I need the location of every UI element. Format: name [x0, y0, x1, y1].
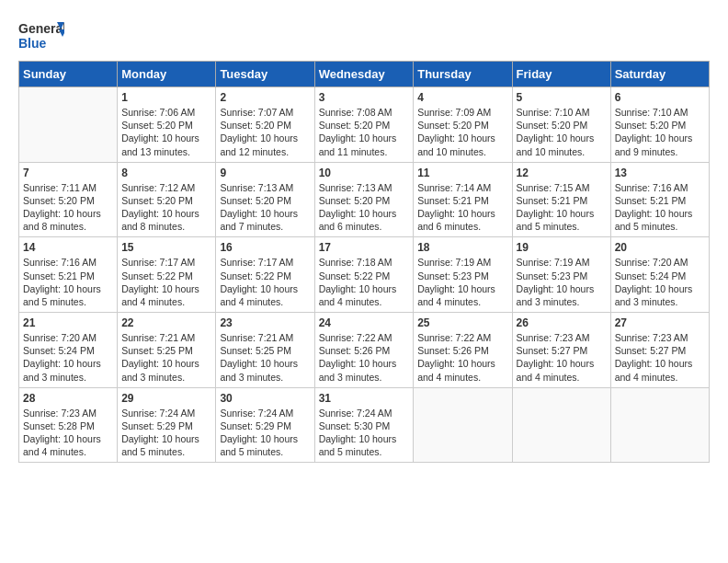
- calendar-cell: 12Sunrise: 7:15 AM Sunset: 5:21 PM Dayli…: [512, 162, 610, 237]
- calendar-cell: 30Sunrise: 7:24 AM Sunset: 5:29 PM Dayli…: [216, 387, 314, 463]
- day-number: 1: [121, 91, 211, 104]
- day-number: 2: [220, 91, 310, 104]
- svg-text:Blue: Blue: [18, 36, 47, 51]
- day-number: 29: [121, 392, 211, 405]
- calendar-cell: 15Sunrise: 7:17 AM Sunset: 5:22 PM Dayli…: [118, 237, 216, 313]
- column-header-monday: Monday: [118, 62, 216, 87]
- calendar-cell: 16Sunrise: 7:17 AM Sunset: 5:22 PM Dayli…: [216, 237, 314, 313]
- calendar-cell: 14Sunrise: 7:16 AM Sunset: 5:21 PM Dayli…: [19, 237, 118, 313]
- day-info: Sunrise: 7:15 AM Sunset: 5:21 PM Dayligh…: [517, 181, 607, 234]
- calendar-table: SundayMondayTuesdayWednesdayThursdayFrid…: [18, 61, 710, 463]
- calendar-cell: 6Sunrise: 7:10 AM Sunset: 5:20 PM Daylig…: [610, 87, 709, 163]
- day-info: Sunrise: 7:13 AM Sunset: 5:20 PM Dayligh…: [220, 181, 310, 234]
- calendar-cell: 18Sunrise: 7:19 AM Sunset: 5:23 PM Dayli…: [414, 237, 512, 313]
- day-info: Sunrise: 7:10 AM Sunset: 5:20 PM Dayligh…: [615, 106, 705, 158]
- day-number: 16: [220, 241, 310, 254]
- calendar-cell: 5Sunrise: 7:10 AM Sunset: 5:20 PM Daylig…: [512, 87, 610, 163]
- day-number: 6: [615, 91, 705, 104]
- calendar-cell: 27Sunrise: 7:23 AM Sunset: 5:27 PM Dayli…: [610, 313, 709, 388]
- calendar-cell: [512, 387, 610, 463]
- day-number: 17: [319, 241, 410, 254]
- calendar-cell: [19, 87, 118, 163]
- column-header-saturday: Saturday: [610, 62, 709, 87]
- day-info: Sunrise: 7:09 AM Sunset: 5:20 PM Dayligh…: [417, 106, 507, 158]
- day-number: 4: [417, 91, 507, 104]
- calendar-cell: 3Sunrise: 7:08 AM Sunset: 5:20 PM Daylig…: [314, 87, 414, 163]
- day-info: Sunrise: 7:06 AM Sunset: 5:20 PM Dayligh…: [121, 106, 211, 158]
- day-number: 27: [615, 316, 705, 329]
- day-info: Sunrise: 7:20 AM Sunset: 5:24 PM Dayligh…: [615, 256, 705, 308]
- day-info: Sunrise: 7:17 AM Sunset: 5:22 PM Dayligh…: [121, 256, 211, 308]
- column-header-tuesday: Tuesday: [216, 62, 314, 87]
- calendar-cell: 8Sunrise: 7:12 AM Sunset: 5:20 PM Daylig…: [118, 162, 216, 237]
- day-number: 23: [220, 316, 310, 329]
- svg-text:General: General: [18, 21, 64, 36]
- day-info: Sunrise: 7:21 AM Sunset: 5:25 PM Dayligh…: [121, 331, 211, 384]
- day-number: 8: [121, 167, 211, 179]
- page-header: General Blue: [18, 18, 710, 52]
- day-number: 19: [517, 241, 607, 254]
- day-number: 9: [220, 167, 310, 179]
- day-info: Sunrise: 7:14 AM Sunset: 5:21 PM Dayligh…: [417, 181, 507, 234]
- day-info: Sunrise: 7:12 AM Sunset: 5:20 PM Dayligh…: [121, 181, 211, 234]
- calendar-cell: 10Sunrise: 7:13 AM Sunset: 5:20 PM Dayli…: [314, 162, 414, 237]
- day-info: Sunrise: 7:10 AM Sunset: 5:20 PM Dayligh…: [517, 106, 607, 158]
- calendar-cell: 20Sunrise: 7:20 AM Sunset: 5:24 PM Dayli…: [610, 237, 709, 313]
- day-number: 26: [517, 316, 607, 329]
- calendar-cell: 1Sunrise: 7:06 AM Sunset: 5:20 PM Daylig…: [118, 87, 216, 163]
- logo: General Blue: [18, 18, 64, 52]
- calendar-cell: 2Sunrise: 7:07 AM Sunset: 5:20 PM Daylig…: [216, 87, 314, 163]
- day-info: Sunrise: 7:11 AM Sunset: 5:20 PM Dayligh…: [23, 181, 113, 234]
- calendar-cell: [610, 387, 709, 463]
- calendar-cell: 25Sunrise: 7:22 AM Sunset: 5:26 PM Dayli…: [414, 313, 512, 388]
- day-info: Sunrise: 7:24 AM Sunset: 5:29 PM Dayligh…: [121, 407, 211, 459]
- day-info: Sunrise: 7:22 AM Sunset: 5:26 PM Dayligh…: [319, 331, 410, 384]
- day-number: 25: [417, 316, 507, 329]
- day-info: Sunrise: 7:07 AM Sunset: 5:20 PM Dayligh…: [220, 106, 310, 158]
- column-header-friday: Friday: [512, 62, 610, 87]
- day-number: 3: [319, 91, 410, 104]
- calendar-cell: 17Sunrise: 7:18 AM Sunset: 5:22 PM Dayli…: [314, 237, 414, 313]
- day-info: Sunrise: 7:16 AM Sunset: 5:21 PM Dayligh…: [23, 256, 113, 308]
- day-number: 14: [23, 241, 113, 254]
- day-info: Sunrise: 7:13 AM Sunset: 5:20 PM Dayligh…: [319, 181, 410, 234]
- calendar-cell: 7Sunrise: 7:11 AM Sunset: 5:20 PM Daylig…: [19, 162, 118, 237]
- day-number: 30: [220, 392, 310, 405]
- day-info: Sunrise: 7:24 AM Sunset: 5:29 PM Dayligh…: [220, 407, 310, 459]
- day-number: 28: [23, 392, 113, 405]
- day-info: Sunrise: 7:18 AM Sunset: 5:22 PM Dayligh…: [319, 256, 410, 308]
- day-info: Sunrise: 7:21 AM Sunset: 5:25 PM Dayligh…: [220, 331, 310, 384]
- day-number: 11: [417, 167, 507, 179]
- day-info: Sunrise: 7:16 AM Sunset: 5:21 PM Dayligh…: [615, 181, 705, 234]
- day-info: Sunrise: 7:24 AM Sunset: 5:30 PM Dayligh…: [319, 407, 410, 459]
- calendar-cell: 21Sunrise: 7:20 AM Sunset: 5:24 PM Dayli…: [19, 313, 118, 388]
- day-number: 5: [517, 91, 607, 104]
- calendar-cell: 19Sunrise: 7:19 AM Sunset: 5:23 PM Dayli…: [512, 237, 610, 313]
- day-info: Sunrise: 7:23 AM Sunset: 5:27 PM Dayligh…: [615, 331, 705, 384]
- day-info: Sunrise: 7:19 AM Sunset: 5:23 PM Dayligh…: [417, 256, 507, 308]
- day-info: Sunrise: 7:19 AM Sunset: 5:23 PM Dayligh…: [517, 256, 607, 308]
- calendar-cell: 13Sunrise: 7:16 AM Sunset: 5:21 PM Dayli…: [610, 162, 709, 237]
- day-number: 22: [121, 316, 211, 329]
- week-row-3: 21Sunrise: 7:20 AM Sunset: 5:24 PM Dayli…: [19, 313, 710, 388]
- calendar-cell: 26Sunrise: 7:23 AM Sunset: 5:27 PM Dayli…: [512, 313, 610, 388]
- calendar-header-row: SundayMondayTuesdayWednesdayThursdayFrid…: [19, 62, 710, 87]
- calendar-cell: 22Sunrise: 7:21 AM Sunset: 5:25 PM Dayli…: [118, 313, 216, 388]
- day-number: 7: [23, 167, 113, 179]
- column-header-wednesday: Wednesday: [314, 62, 414, 87]
- day-number: 20: [615, 241, 705, 254]
- day-info: Sunrise: 7:23 AM Sunset: 5:28 PM Dayligh…: [23, 407, 113, 459]
- week-row-4: 28Sunrise: 7:23 AM Sunset: 5:28 PM Dayli…: [19, 387, 710, 463]
- day-number: 13: [615, 167, 705, 179]
- day-number: 24: [319, 316, 410, 329]
- day-info: Sunrise: 7:08 AM Sunset: 5:20 PM Dayligh…: [319, 106, 410, 158]
- calendar-cell: 24Sunrise: 7:22 AM Sunset: 5:26 PM Dayli…: [314, 313, 414, 388]
- calendar-cell: 4Sunrise: 7:09 AM Sunset: 5:20 PM Daylig…: [414, 87, 512, 163]
- day-info: Sunrise: 7:23 AM Sunset: 5:27 PM Dayligh…: [517, 331, 607, 384]
- logo-icon: General Blue: [18, 18, 64, 52]
- day-number: 10: [319, 167, 410, 179]
- calendar-cell: 28Sunrise: 7:23 AM Sunset: 5:28 PM Dayli…: [19, 387, 118, 463]
- calendar-cell: 11Sunrise: 7:14 AM Sunset: 5:21 PM Dayli…: [414, 162, 512, 237]
- column-header-thursday: Thursday: [414, 62, 512, 87]
- calendar-cell: 9Sunrise: 7:13 AM Sunset: 5:20 PM Daylig…: [216, 162, 314, 237]
